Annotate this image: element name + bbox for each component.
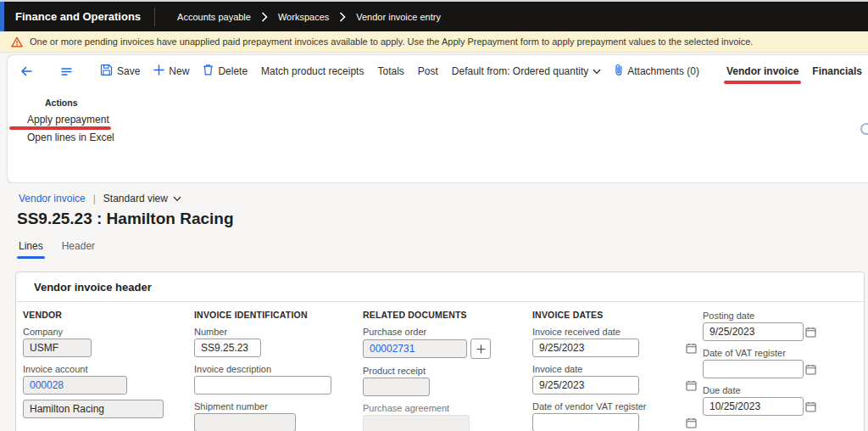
breadcrumb: Accounts payable Workspaces Vendor invoi…: [177, 12, 441, 22]
invoice-identification-column: INVOICE IDENTIFICATION Number Invoice de…: [194, 310, 355, 431]
vendor-invoice-header-card: Vendor invoice header VENDOR Company Inv…: [15, 271, 865, 431]
chevron-right-icon: [261, 12, 268, 22]
delete-button[interactable]: Delete: [203, 64, 248, 78]
page-title: SS9.25.23 : Hamilton Racing: [17, 210, 234, 228]
menu-item-apply-prepayment[interactable]: Apply prepayment: [27, 114, 109, 126]
vendor-vat-register-date-field: Date of vendor VAT register: [532, 402, 702, 431]
invoice-dates-group-header: INVOICE DATES: [532, 310, 702, 322]
purchase-order-label: Purchase order: [363, 327, 524, 337]
vat-register-date-label: Date of VAT register: [703, 349, 821, 358]
related-documents-group-header: RELATED DOCUMENTS: [363, 310, 524, 322]
add-purchase-order-button[interactable]: [470, 339, 491, 359]
calendar-icon[interactable]: [686, 417, 697, 431]
shipment-number-label: Shipment number: [194, 402, 355, 411]
calendar-icon[interactable]: [805, 363, 816, 378]
warning-message-bar: One or more pending invoices have unappl…: [0, 31, 868, 53]
purchase-agreement-label: Purchase agreement: [363, 404, 524, 413]
tab-lines[interactable]: Lines: [19, 240, 43, 257]
breadcrumb-accounts-payable[interactable]: Accounts payable: [177, 12, 251, 22]
purchase-agreement-field: Purchase agreement: [363, 404, 524, 431]
breadcrumb-vendor-invoice-entry[interactable]: Vendor invoice entry: [356, 12, 441, 22]
annotation-underline-vendor-invoice: [724, 81, 801, 84]
invoice-date-input[interactable]: [532, 376, 639, 395]
invoice-received-date-field: Invoice received date: [532, 327, 702, 357]
vendor-name-field: [23, 400, 184, 418]
actions-group: Actions Apply prepayment Open lines in E…: [27, 98, 114, 143]
save-icon: [100, 64, 113, 79]
product-receipt-field: Product receipt: [363, 367, 524, 396]
card-header[interactable]: Vendor invoice header: [16, 272, 864, 302]
tab-header[interactable]: Header: [62, 240, 95, 257]
view-selector-row: Vendor invoice | Standard view: [19, 193, 181, 204]
new-button[interactable]: New: [153, 64, 189, 78]
purchase-order-field: Purchase order: [363, 327, 524, 359]
posting-date-label: Posting date: [703, 311, 821, 321]
navigation-bar: Finance and Operations Accounts payable …: [0, 2, 868, 31]
company-label: Company: [23, 327, 184, 337]
chevron-right-icon: [339, 12, 346, 22]
calendar-icon[interactable]: [805, 400, 816, 416]
default-from-dropdown[interactable]: Default from: Ordered quantity: [452, 65, 601, 77]
invoice-date-field: Invoice date: [532, 365, 702, 395]
invoice-received-date-input[interactable]: [532, 339, 639, 357]
breadcrumb-workspaces[interactable]: Workspaces: [278, 12, 329, 22]
view-selector[interactable]: Standard view: [103, 193, 181, 204]
invoice-account-input[interactable]: [23, 376, 127, 395]
posting-dates-column: Posting date Date of VAT register Due da…: [703, 310, 821, 416]
purchase-order-input[interactable]: [363, 339, 467, 358]
invoice-account-field: Invoice account: [23, 365, 184, 395]
tab-financials[interactable]: Financials: [812, 65, 862, 77]
invoice-dates-column: INVOICE DATES Invoice received date Invo…: [532, 310, 702, 431]
card-title: Vendor invoice header: [34, 281, 152, 294]
number-label: Number: [194, 327, 355, 337]
topbar-divider: [154, 8, 155, 26]
number-input[interactable]: [194, 339, 261, 357]
invoice-description-label: Invoice description: [194, 365, 355, 374]
product-receipt-label: Product receipt: [363, 367, 524, 376]
vat-register-date-field: Date of VAT register: [703, 349, 821, 378]
action-pane-toolbar: Save New Delete Match product receipts T…: [8, 55, 868, 87]
company-field: Company: [23, 327, 184, 357]
due-date-label: Due date: [703, 386, 821, 395]
calendar-icon[interactable]: [686, 342, 697, 357]
back-button[interactable]: [19, 64, 33, 78]
menu-item-open-lines-in-excel[interactable]: Open lines in Excel: [27, 132, 114, 143]
related-documents-column: RELATED DOCUMENTS Purchase order Product…: [363, 310, 524, 431]
record-type-link[interactable]: Vendor invoice: [19, 193, 86, 204]
actions-group-title: Actions: [45, 98, 114, 108]
posting-date-field: Posting date: [703, 311, 821, 341]
invoice-received-date-label: Invoice received date: [532, 327, 702, 337]
vendor-group-header: VENDOR: [23, 310, 184, 322]
calendar-icon[interactable]: [686, 379, 697, 395]
action-pane-toggle-icon[interactable]: [60, 65, 73, 77]
brand-stripe: [0, 2, 4, 31]
invoice-description-input[interactable]: [194, 376, 331, 395]
vendor-name-input[interactable]: [23, 400, 164, 418]
annotation-underline-apply-prepayment: [9, 126, 111, 130]
tab-vendor-invoice[interactable]: Vendor invoice: [726, 65, 798, 77]
clipped-edge-icon: [860, 123, 868, 135]
number-field: Number: [194, 327, 355, 357]
vendor-vat-register-date-input[interactable]: [532, 413, 639, 431]
attachments-button[interactable]: Attachments (0): [615, 64, 699, 79]
warning-icon: [11, 36, 23, 48]
invoice-identification-group-header: INVOICE IDENTIFICATION: [194, 310, 355, 322]
invoice-description-field: Invoice description: [194, 365, 355, 395]
company-input[interactable]: [23, 339, 92, 357]
product-receipt-input[interactable]: [363, 378, 430, 396]
totals-button[interactable]: Totals: [377, 65, 403, 77]
post-button[interactable]: Post: [418, 65, 438, 77]
shipment-number-input[interactable]: [194, 413, 296, 431]
vendor-vat-register-date-label: Date of vendor VAT register: [532, 402, 702, 411]
invoice-date-label: Invoice date: [532, 365, 702, 374]
action-pane: Save New Delete Match product receipts T…: [7, 54, 868, 183]
vat-register-date-input[interactable]: [703, 360, 804, 378]
trash-icon: [203, 64, 214, 78]
page-content: Vendor invoice | Standard view SS9.25.23…: [0, 183, 868, 431]
posting-date-input[interactable]: [703, 322, 804, 341]
match-product-receipts-button[interactable]: Match product receipts: [261, 65, 364, 77]
calendar-icon[interactable]: [805, 326, 816, 341]
due-date-input[interactable]: [703, 397, 804, 416]
due-date-field: Due date: [703, 386, 821, 416]
save-button[interactable]: Save: [100, 64, 140, 79]
